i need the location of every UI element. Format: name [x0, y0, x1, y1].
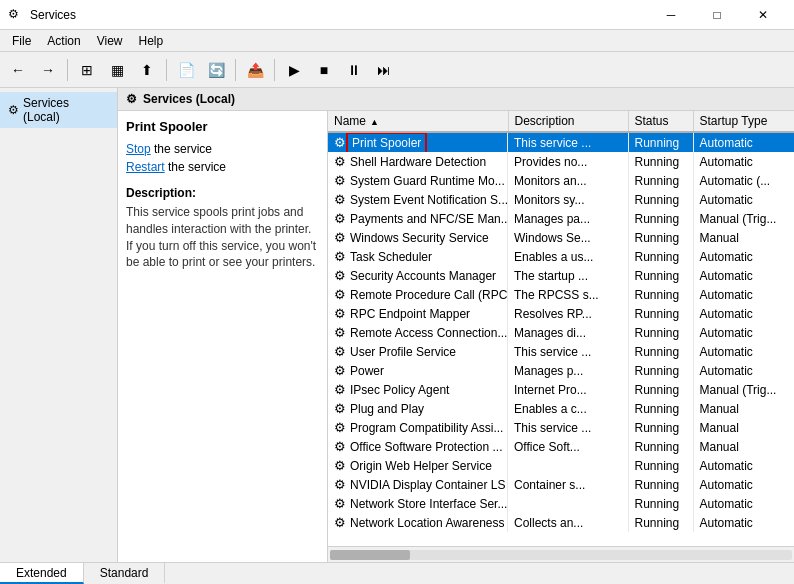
- services-local-icon: ⚙: [8, 103, 19, 117]
- table-row[interactable]: ⚙Task SchedulerEnables a us...RunningAut…: [328, 247, 794, 266]
- selected-service-name: Print Spooler: [350, 136, 423, 150]
- service-icon: ⚙: [334, 230, 346, 245]
- content-area: ⚙ Services (Local) Print Spooler Stop th…: [118, 88, 794, 562]
- toolbar: ← → ⊞ ▦ ⬆ 📄 🔄 📤 ▶ ■ ⏸ ⏭: [0, 52, 794, 88]
- service-icon: ⚙: [334, 325, 346, 340]
- service-name: Network Location Awareness: [350, 516, 505, 530]
- service-name: Origin Web Helper Service: [350, 459, 492, 473]
- content-header-title: Services (Local): [143, 92, 235, 106]
- table-row[interactable]: ⚙Payments and NFC/SE Man...Manages pa...…: [328, 209, 794, 228]
- table-row[interactable]: ⚙Shell Hardware DetectionProvides no...R…: [328, 152, 794, 171]
- tab-extended[interactable]: Extended: [0, 563, 84, 584]
- table-row[interactable]: ⚙Remote Procedure Call (RPC)The RPCSS s.…: [328, 285, 794, 304]
- cell-name: ⚙User Profile Service: [328, 342, 508, 361]
- title-bar: ⚙ Services ─ □ ✕: [0, 0, 794, 30]
- cell-status: Running: [628, 399, 693, 418]
- table-row[interactable]: ⚙Network Store Interface Ser...RunningAu…: [328, 494, 794, 513]
- cell-startup-type: Manual: [693, 399, 794, 418]
- sidebar-item-services-local[interactable]: ⚙ Services (Local): [0, 92, 117, 128]
- table-row[interactable]: ⚙Plug and PlayEnables a c...RunningManua…: [328, 399, 794, 418]
- service-icon: ⚙: [334, 287, 346, 302]
- stop-service-button[interactable]: ■: [310, 56, 338, 84]
- cell-name: ⚙RPC Endpoint Mapper: [328, 304, 508, 323]
- table-row[interactable]: ⚙User Profile ServiceThis service ...Run…: [328, 342, 794, 361]
- table-wrapper[interactable]: Name▲ Description Status Startup Type Lo…: [328, 111, 794, 546]
- service-name: NVIDIA Display Container LS: [350, 478, 505, 492]
- cell-startup-type: Manual (Trig...: [693, 209, 794, 228]
- table-row[interactable]: ⚙Origin Web Helper ServiceRunningAutomat…: [328, 456, 794, 475]
- restart-service-button[interactable]: ⏭: [370, 56, 398, 84]
- cell-status: Running: [628, 494, 693, 513]
- refresh-button[interactable]: 🔄: [202, 56, 230, 84]
- cell-status: Running: [628, 456, 693, 475]
- col-header-startup[interactable]: Startup Type: [693, 111, 794, 132]
- table-row[interactable]: ⚙IPsec Policy AgentInternet Pro...Runnin…: [328, 380, 794, 399]
- selected-service-title: Print Spooler: [126, 119, 319, 134]
- app-icon: ⚙: [8, 7, 24, 23]
- cell-description: Manages di...: [508, 323, 628, 342]
- table-row[interactable]: ⚙System Event Notification S...Monitors …: [328, 190, 794, 209]
- cell-status: Running: [628, 304, 693, 323]
- table-row[interactable]: ⚙NVIDIA Display Container LSContainer s.…: [328, 475, 794, 494]
- show-console-tree-button[interactable]: ⊞: [73, 56, 101, 84]
- col-header-description[interactable]: Description: [508, 111, 628, 132]
- menu-file[interactable]: File: [4, 32, 39, 50]
- table-row[interactable]: ⚙Security Accounts ManagerThe startup ..…: [328, 266, 794, 285]
- cell-name: ⚙Task Scheduler: [328, 247, 508, 266]
- table-row[interactable]: ⚙Program Compatibility Assi...This servi…: [328, 418, 794, 437]
- cell-description: Internet Pro...: [508, 380, 628, 399]
- service-icon: ⚙: [334, 496, 346, 511]
- table-row[interactable]: ⚙Office Software Protection ...Office So…: [328, 437, 794, 456]
- service-name: Payments and NFC/SE Man...: [350, 212, 508, 226]
- cell-name: ⚙Program Compatibility Assi...: [328, 418, 508, 437]
- table-row[interactable]: ⚙RPC Endpoint MapperResolves RP...Runnin…: [328, 304, 794, 323]
- table-row[interactable]: ⚙Network Location AwarenessCollects an..…: [328, 513, 794, 532]
- table-row[interactable]: ⚙PowerManages p...RunningAutomaticLoc...: [328, 361, 794, 380]
- stop-action: Stop the service: [126, 142, 319, 156]
- service-icon: ⚙: [334, 458, 346, 473]
- tab-standard[interactable]: Standard: [84, 563, 166, 584]
- cell-startup-type: Automatic: [693, 152, 794, 171]
- cell-status: Running: [628, 152, 693, 171]
- cell-startup-type: Automatic: [693, 285, 794, 304]
- service-icon: ⚙: [334, 363, 346, 378]
- table-row[interactable]: ⚙Print SpoolerThis service ...RunningAut…: [328, 132, 794, 152]
- maximize-button[interactable]: □: [694, 0, 740, 30]
- menu-view[interactable]: View: [89, 32, 131, 50]
- cell-startup-type: Automatic: [693, 342, 794, 361]
- cell-status: Running: [628, 323, 693, 342]
- cell-name: ⚙Power: [328, 361, 508, 380]
- cell-startup-type: Automatic: [693, 456, 794, 475]
- col-header-name[interactable]: Name▲: [328, 111, 508, 132]
- show-properties-button[interactable]: 📄: [172, 56, 200, 84]
- cell-status: Running: [628, 342, 693, 361]
- export-button[interactable]: 📤: [241, 56, 269, 84]
- cell-status: Running: [628, 285, 693, 304]
- forward-button[interactable]: →: [34, 56, 62, 84]
- pause-service-button[interactable]: ⏸: [340, 56, 368, 84]
- cell-startup-type: Automatic: [693, 304, 794, 323]
- menu-help[interactable]: Help: [131, 32, 172, 50]
- cell-name: ⚙Print Spooler: [328, 133, 508, 152]
- up-button[interactable]: ⬆: [133, 56, 161, 84]
- back-button[interactable]: ←: [4, 56, 32, 84]
- stop-link[interactable]: Stop: [126, 142, 151, 156]
- service-icon: ⚙: [334, 306, 346, 321]
- cell-status: Running: [628, 228, 693, 247]
- table-row[interactable]: ⚙Remote Access Connection...Manages di..…: [328, 323, 794, 342]
- col-header-status[interactable]: Status: [628, 111, 693, 132]
- minimize-button[interactable]: ─: [648, 0, 694, 30]
- menu-action[interactable]: Action: [39, 32, 88, 50]
- hide-console-tree-button[interactable]: ▦: [103, 56, 131, 84]
- service-name: Windows Security Service: [350, 231, 489, 245]
- service-name: Plug and Play: [350, 402, 424, 416]
- close-button[interactable]: ✕: [740, 0, 786, 30]
- restart-link[interactable]: Restart: [126, 160, 165, 174]
- service-name: Power: [350, 364, 384, 378]
- table-row[interactable]: ⚙Windows Security ServiceWindows Se...Ru…: [328, 228, 794, 247]
- scrollbar-thumb[interactable]: [330, 550, 410, 560]
- start-service-button[interactable]: ▶: [280, 56, 308, 84]
- table-header: Name▲ Description Status Startup Type Lo…: [328, 111, 794, 132]
- table-row[interactable]: ⚙System Guard Runtime Mo...Monitors an..…: [328, 171, 794, 190]
- horizontal-scrollbar[interactable]: [328, 546, 794, 562]
